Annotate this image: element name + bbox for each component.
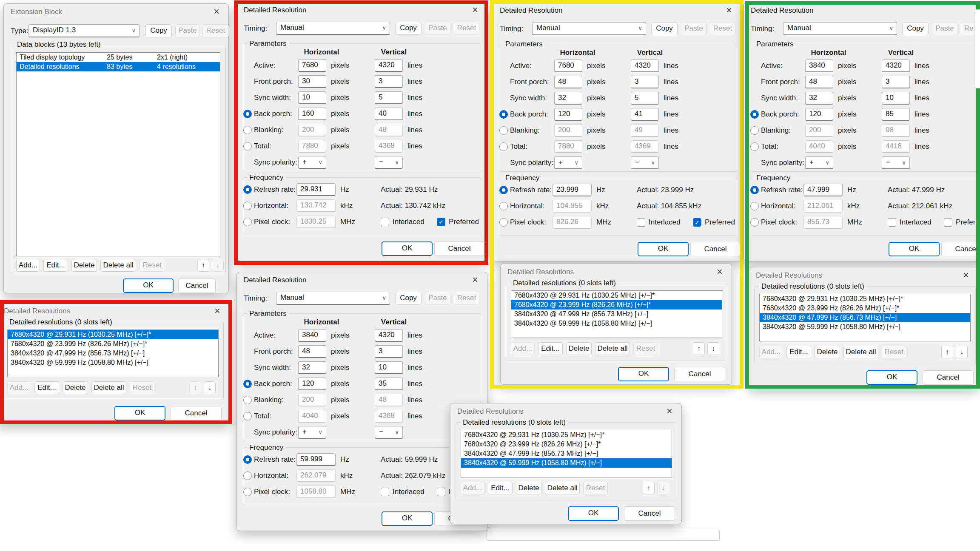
move-down-button[interactable]: ↓ (956, 346, 968, 358)
vertical-value-input[interactable]: 3 (375, 75, 403, 88)
resolution-list-item[interactable]: 7680x4320 @ 29.931 Hz (1030.25 MHz) [+/−… (760, 294, 970, 304)
copy-button[interactable]: Copy (145, 24, 172, 37)
interlaced-checkbox[interactable] (637, 218, 645, 227)
freq-value-input[interactable]: 29.931 (296, 183, 336, 196)
resolution-list-item[interactable]: 7680x4320 @ 23.999 Hz (826.26 MHz) [+/−]… (461, 440, 672, 449)
horizontal-value-input[interactable]: 120 (805, 108, 833, 121)
data-block-row[interactable]: Detailed resolutions83 bytes4 resolution… (17, 62, 220, 71)
delete-all-button[interactable]: Delete all (843, 346, 878, 358)
freq-value-input[interactable]: 59.999 (296, 453, 336, 466)
delete-all-button[interactable]: Delete all (545, 482, 580, 494)
delete-button[interactable]: Delete (63, 381, 88, 394)
sync-polarity-vertical-select[interactable]: −∨ (375, 156, 403, 169)
radio-total[interactable] (243, 142, 252, 151)
delete-all-button[interactable]: Delete all (91, 381, 126, 394)
sync-polarity-horizontal-select[interactable]: +∨ (298, 156, 326, 169)
edit-button[interactable]: Edit... (488, 482, 513, 494)
vertical-value-input[interactable]: 5 (375, 91, 403, 104)
horizontal-value-input[interactable]: 120 (554, 108, 582, 121)
radio-back-porch[interactable] (243, 380, 252, 388)
interlaced-checkbox[interactable] (381, 488, 389, 496)
resolution-list-item[interactable]: 7680x4320 @ 29.931 Hz (1030.25 MHz) [+/−… (8, 330, 218, 339)
ok-button[interactable]: OK (568, 506, 619, 521)
vertical-value-input[interactable]: 4320 (631, 60, 659, 72)
vertical-value-input[interactable]: 5 (631, 92, 659, 105)
radio-back-porch[interactable] (243, 110, 252, 118)
delete-button[interactable]: Delete (71, 259, 97, 272)
cancel-button[interactable]: Cancel (923, 370, 974, 385)
type-select[interactable]: DisplayID 1.3∨ (28, 24, 140, 37)
radio-refresh-rate[interactable] (243, 185, 252, 194)
timing-select[interactable]: Manual∨ (532, 22, 646, 35)
cancel-button[interactable]: Cancel (171, 406, 222, 420)
edit-button[interactable]: Edit... (786, 346, 811, 358)
close-icon[interactable]: × (470, 4, 481, 16)
delete-button[interactable]: Delete (566, 342, 592, 355)
horizontal-value-input[interactable]: 32 (554, 92, 582, 105)
delete-button[interactable]: Delete (815, 346, 840, 358)
cancel-button[interactable]: Cancel (624, 506, 675, 521)
vertical-value-input[interactable]: 3 (375, 345, 403, 358)
vertical-value-input[interactable]: 41 (631, 108, 659, 121)
radio-horizontal[interactable] (243, 202, 252, 210)
radio-total[interactable] (243, 412, 252, 420)
ok-button[interactable]: OK (866, 370, 917, 385)
vertical-value-input[interactable]: 3 (882, 76, 910, 88)
move-up-button[interactable]: ↑ (643, 482, 655, 494)
radio-back-porch[interactable] (750, 110, 759, 119)
horizontal-value-input[interactable]: 48 (298, 345, 326, 358)
horizontal-value-input[interactable]: 120 (298, 378, 326, 390)
vertical-value-input[interactable]: 10 (375, 361, 403, 374)
ok-button[interactable]: OK (114, 406, 165, 420)
horizontal-value-input[interactable]: 32 (805, 92, 833, 105)
resolution-list-item[interactable]: 7680x4320 @ 29.931 Hz (1030.25 MHz) [+/−… (511, 291, 722, 300)
resolution-list-item[interactable]: 3840x4320 @ 47.999 Hz (856.73 MHz) [+/−] (461, 449, 672, 458)
sync-polarity-horizontal-select[interactable]: +∨ (298, 426, 326, 439)
close-icon[interactable]: × (212, 305, 223, 317)
copy-button[interactable]: Copy (395, 22, 422, 35)
radio-pixel-clock[interactable] (499, 218, 508, 227)
radio-refresh-rate[interactable] (499, 186, 508, 194)
horizontal-value-input[interactable]: 32 (298, 361, 326, 374)
horizontal-value-input[interactable]: 48 (554, 76, 582, 88)
freq-value-input[interactable]: 47.999 (803, 184, 843, 196)
cancel-button[interactable]: Cancel (674, 367, 725, 381)
data-block-row[interactable]: Tiled display topology25 bytes2x1 (right… (17, 53, 220, 62)
horizontal-value-input[interactable]: 10 (298, 91, 326, 104)
radio-pixel-clock[interactable] (243, 488, 252, 496)
interlaced-checkbox[interactable] (381, 218, 389, 226)
edit-button[interactable]: Edit... (34, 381, 59, 394)
resolution-list-item[interactable]: 3840x4320 @ 47.999 Hz (856.73 MHz) [+/−] (8, 349, 218, 358)
close-icon[interactable]: × (211, 6, 222, 17)
horizontal-value-input[interactable]: 3840 (298, 329, 326, 342)
timing-select[interactable]: Manual∨ (276, 22, 390, 35)
resolution-list-item[interactable]: 3840x4320 @ 59.999 Hz (1058.80 MHz) [+/−… (760, 322, 970, 332)
delete-all-button[interactable]: Delete all (595, 342, 630, 355)
ok-button[interactable]: OK (638, 242, 689, 256)
close-icon[interactable]: × (470, 274, 481, 286)
horizontal-value-input[interactable]: 160 (298, 108, 326, 120)
close-icon[interactable]: × (714, 266, 725, 278)
preferred-checkbox[interactable]: ✓ (437, 218, 445, 226)
move-down-button[interactable]: ↓ (707, 342, 719, 355)
resolution-list-item[interactable]: 7680x4320 @ 23.999 Hz (826.26 MHz) [+/−]… (8, 339, 218, 349)
horizontal-value-input[interactable]: 48 (805, 76, 833, 88)
horizontal-value-input[interactable]: 30 (298, 75, 326, 88)
resolution-list-item[interactable]: 3840x4320 @ 59.999 Hz (1058.80 MHz) [+/−… (8, 358, 218, 367)
horizontal-value-input[interactable]: 7680 (298, 59, 326, 72)
radio-total[interactable] (750, 142, 759, 151)
vertical-value-input[interactable]: 40 (375, 108, 403, 120)
interlaced-checkbox[interactable] (888, 218, 896, 227)
ok-button[interactable]: OK (889, 242, 940, 256)
resolution-list-item[interactable]: 3840x4320 @ 47.999 Hz (856.73 MHz) [+/−] (760, 313, 970, 322)
vertical-value-input[interactable]: 3 (631, 76, 659, 88)
resolution-list-item[interactable]: 3840x4320 @ 47.999 Hz (856.73 MHz) [+/−] (511, 310, 722, 319)
add-button[interactable]: Add... (16, 259, 40, 272)
edit-button[interactable]: Edit... (43, 259, 68, 272)
vertical-value-input[interactable]: 4320 (375, 329, 403, 342)
vertical-value-input[interactable]: 10 (882, 92, 910, 105)
radio-pixel-clock[interactable] (750, 218, 759, 227)
copy-button[interactable]: Copy (651, 22, 678, 35)
radio-back-porch[interactable] (499, 110, 508, 119)
vertical-value-input[interactable]: 35 (375, 378, 403, 390)
